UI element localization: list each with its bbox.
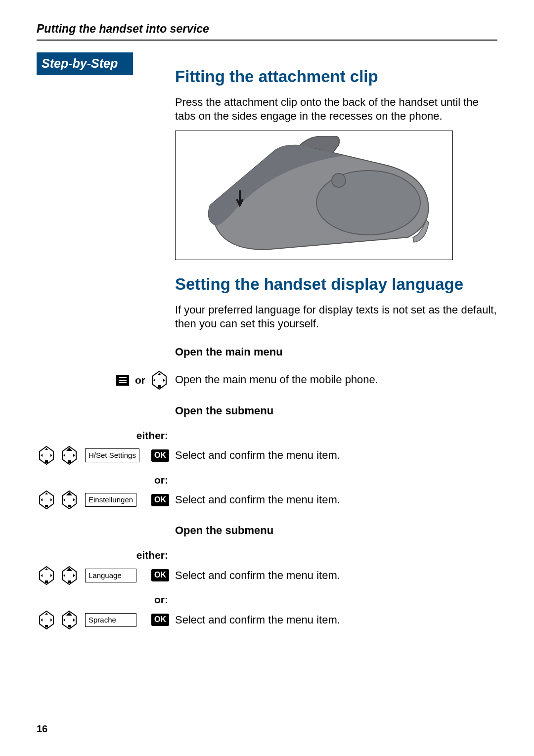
navkey-up-icon [59,445,79,465]
row-hset-text: Select and confirm the menu item. [170,448,497,463]
subhead-row-open-submenu-2: Open the submenu [37,517,497,542]
menu-item-language: Language [85,569,136,582]
menu-item-sprache: Sprache [85,613,136,627]
section-title-fitting: Fitting the attachment clip [175,66,497,88]
handset-clip-icon [185,136,443,255]
or-row-1: or: [37,472,497,487]
menu-icon [116,375,129,386]
navkey-icon [37,490,56,510]
navkey-icon [37,610,56,630]
subhead-row-open-main: Open the main menu [37,338,497,363]
row-einstellungen-text: Select and confirm the menu item. [170,493,497,507]
navkey-icon [149,370,169,390]
left-column: Step-by-Step [37,52,170,338]
subhead-open-submenu-2: Open the submenu [170,524,497,538]
or-label-1: or: [37,473,169,487]
or-label-2: or: [37,593,169,606]
subhead-row-open-submenu-1: Open the submenu [37,397,497,422]
right-column: Fitting the attachment clip Press the at… [170,52,497,338]
page-number: 16 [37,722,47,735]
open-main-menu-text: Open the main menu of the mobile phone. [170,373,497,387]
either-row-2: either: [37,548,497,563]
row-language-text: Select and confirm the menu item. [170,569,497,583]
handset-figure [175,131,453,260]
menu-item-einstellungen: Einstellungen [85,493,136,507]
fitting-body-text: Press the attachment clip onto the back … [175,95,497,124]
steps-block: Open the main menu or Open the main menu… [37,338,497,631]
section-title-language: Setting the handset display language [175,274,497,295]
either-label-2: either: [37,548,169,562]
row-sprache-text: Select and confirm the menu item. [170,613,497,627]
navkey-up-icon [59,566,79,585]
either-label-1: either: [37,429,169,442]
manual-page: Putting the handset into service Step-by… [0,0,534,756]
row-einstellungen: Einstellungen OK Select and confirm the … [37,489,497,511]
navkey-icon [37,445,56,465]
navkey-up-icon [59,490,79,510]
navkey-up-icon [59,610,79,630]
or-row-2: or: [37,592,497,607]
ok-badge: OK [151,614,169,626]
running-head: Putting the handset into service [37,22,497,41]
step-by-step-badge: Step-by-Step [37,52,133,76]
navkey-icon [37,566,56,585]
ok-badge: OK [151,494,169,506]
either-row-1: either: [37,428,497,443]
ok-badge: OK [151,569,169,581]
row-language: Language OK Select and confirm the menu … [37,565,497,586]
open-main-menu-row: or Open the main menu of the mobile phon… [37,369,497,391]
or-label-inline: or [135,373,145,387]
two-column-layout: Step-by-Step Fitting the attachment clip… [37,52,497,338]
ok-badge: OK [151,449,169,462]
subhead-open-main-menu: Open the main menu [170,345,497,359]
language-intro-text: If your preferred language for display t… [175,303,497,331]
row-hset-settings: H/Set Settings OK Select and confirm the… [37,445,497,466]
row-sprache: Sprache OK Select and confirm the menu i… [37,609,497,631]
menu-item-hset: H/Set Settings [85,448,139,462]
subhead-open-submenu-1: Open the submenu [170,404,497,418]
